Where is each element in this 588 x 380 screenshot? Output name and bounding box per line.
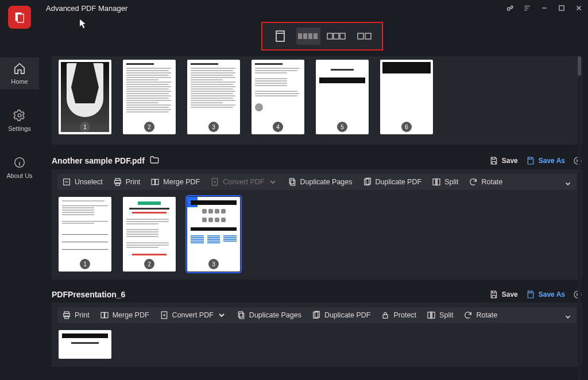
print-button[interactable]: Print	[62, 311, 90, 320]
save-as-button[interactable]: Save As	[526, 290, 565, 299]
document-header: PDFPresentation_6 Save Save As	[52, 290, 582, 299]
sidebar-item-label: Settings	[8, 125, 31, 132]
page-thumbnails	[57, 330, 577, 359]
page-number-badge: 6	[401, 122, 412, 132]
save-button[interactable]: Save	[489, 156, 518, 165]
save-button[interactable]: Save	[489, 290, 518, 299]
page-number-badge: 5	[337, 122, 347, 132]
mouse-cursor-icon	[79, 18, 87, 30]
split-button[interactable]: Split	[427, 311, 453, 320]
print-button[interactable]: Print	[113, 177, 141, 187]
duplicate-pdf-button[interactable]: Duplicate PDF	[363, 177, 422, 187]
document-section: Unselect Print Merge PDF Convert PDF Dup…	[52, 169, 582, 280]
svg-rect-20	[115, 183, 119, 185]
sidebar: Home Settings About Us	[0, 57, 39, 184]
page-thumbnail[interactable]: 1	[59, 60, 111, 134]
page-thumbnails: 1 2 3 4 5 6	[57, 60, 577, 137]
convert-button[interactable]: Convert PDF	[160, 311, 226, 320]
page-number-badge: 2	[144, 259, 154, 269]
page-number-badge: 3	[208, 122, 219, 132]
page-number-badge: 1	[80, 259, 90, 269]
rotate-button[interactable]: Rotate	[463, 311, 497, 320]
svg-rect-41	[383, 315, 388, 318]
app-title: Advanced PDF Manager	[46, 4, 127, 13]
document-toolbar: Unselect Print Merge PDF Convert PDF Dup…	[57, 174, 577, 190]
document-filename: PDFPresentation_6	[52, 290, 125, 299]
page-thumbnail[interactable]	[59, 330, 111, 359]
svg-rect-9	[327, 33, 332, 39]
svg-rect-29	[437, 179, 440, 185]
svg-rect-33	[65, 316, 69, 319]
page-number-badge: 3	[208, 259, 219, 269]
duplicate-pdf-button[interactable]: Duplicate PDF	[312, 311, 371, 320]
svg-rect-12	[358, 33, 363, 39]
sidebar-item-label: Home	[11, 78, 28, 85]
document-section: 1 2 3 4 5 6	[52, 56, 582, 145]
document-group: PDFPresentation_6 Save Save As Print Mer…	[52, 290, 582, 367]
unselect-button[interactable]: Unselect	[62, 177, 103, 187]
svg-rect-3	[17, 14, 24, 23]
page-thumbnail[interactable]: 4	[252, 60, 304, 134]
svg-rect-7	[308, 33, 312, 39]
split-button[interactable]: Split	[432, 177, 458, 187]
svg-rect-43	[432, 312, 435, 319]
save-as-button[interactable]: Save As	[526, 156, 565, 165]
page-thumbnail[interactable]: 1	[59, 197, 111, 272]
svg-rect-10	[334, 33, 339, 39]
vertical-scrollbar[interactable]	[577, 56, 582, 380]
duplicate-pages-button[interactable]: Duplicate Pages	[288, 177, 353, 187]
menu-icon[interactable]	[521, 2, 533, 14]
document-section: Print Merge PDF Convert PDF Duplicate Pa…	[52, 303, 582, 367]
sidebar-item-about[interactable]: About Us	[0, 152, 39, 184]
view-mode-grid-3[interactable]	[324, 28, 349, 45]
svg-rect-24	[289, 179, 293, 184]
toolbar-more-button[interactable]	[564, 180, 572, 189]
close-button[interactable]	[573, 2, 585, 14]
title-bar: Advanced PDF Manager	[0, 0, 588, 16]
page-thumbnail[interactable]: 2	[123, 197, 176, 272]
page-thumbnail[interactable]: 2	[123, 60, 176, 134]
page-number-badge: 1	[80, 122, 90, 132]
document-toolbar: Print Merge PDF Convert PDF Duplicate Pa…	[57, 307, 577, 323]
view-mode-grid-2[interactable]	[353, 28, 377, 45]
document-header: Another sample PDF.pdf Save Save As	[52, 155, 582, 166]
convert-button[interactable]: Convert PDF	[210, 177, 277, 187]
chevron-down-icon	[268, 177, 277, 187]
app-logo	[8, 6, 31, 29]
toolbar-more-button[interactable]	[564, 313, 572, 323]
view-mode-continuous[interactable]	[296, 28, 320, 45]
page-thumbnails: 1 2 3	[57, 197, 577, 272]
minimize-button[interactable]	[539, 2, 550, 14]
svg-rect-11	[340, 33, 345, 39]
sidebar-item-label: About Us	[6, 172, 32, 179]
page-thumbnail[interactable]: 3	[187, 197, 240, 272]
page-thumbnail[interactable]: 6	[380, 60, 433, 134]
merge-button[interactable]: Merge PDF	[150, 177, 200, 187]
svg-rect-25	[291, 180, 295, 185]
svg-rect-6	[303, 33, 307, 39]
view-mode-single[interactable]	[268, 28, 292, 45]
sidebar-item-settings[interactable]: Settings	[0, 104, 39, 137]
page-thumbnail[interactable]: 5	[316, 60, 369, 134]
svg-rect-13	[365, 33, 371, 39]
rotate-button[interactable]: Rotate	[469, 177, 502, 187]
protect-button[interactable]: Protect	[381, 311, 416, 320]
main-area: 1 2 3 4 5 6	[52, 56, 582, 380]
document-group: Another sample PDF.pdf Save Save As Unse…	[52, 155, 582, 280]
page-thumbnail[interactable]: 3	[187, 60, 240, 134]
svg-rect-28	[433, 179, 436, 185]
svg-rect-37	[238, 312, 242, 317]
merge-button[interactable]: Merge PDF	[100, 311, 149, 320]
duplicate-pages-button[interactable]: Duplicate Pages	[237, 311, 301, 320]
window-buttons	[504, 2, 585, 14]
key-icon[interactable]	[504, 2, 516, 14]
page-number-badge: 4	[273, 122, 283, 132]
document-filename: Another sample PDF.pdf	[52, 156, 145, 165]
sidebar-item-home[interactable]: Home	[0, 57, 39, 90]
svg-rect-42	[428, 312, 431, 319]
svg-rect-38	[239, 313, 243, 319]
open-folder-icon[interactable]	[149, 155, 160, 166]
svg-point-14	[18, 114, 21, 117]
chevron-down-icon	[217, 311, 226, 320]
maximize-button[interactable]	[556, 2, 567, 14]
